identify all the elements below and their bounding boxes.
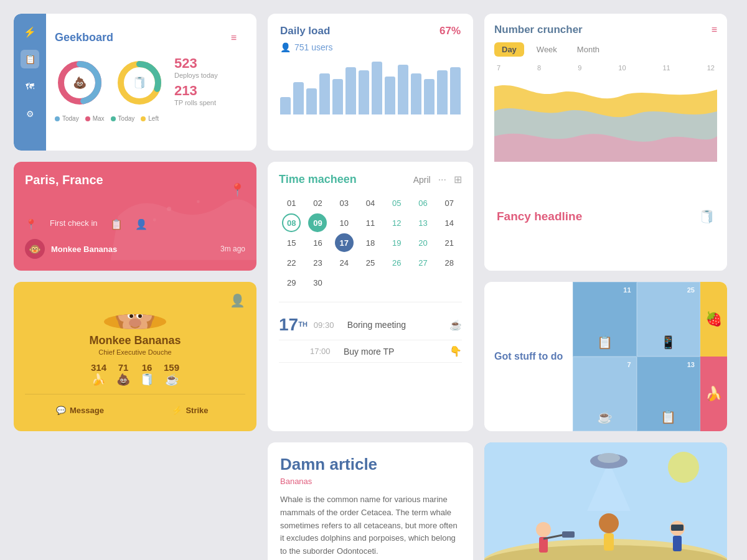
event-1-date: 17 [279,315,298,334]
svg-rect-32 [673,536,682,551]
paris-checkin-icon: 📍 [25,218,37,230]
event-1: 17TH 09:30 Boring meeting ☕ [279,310,462,340]
cal-day-02[interactable]: 02 [308,194,327,212]
monkey-avatar-svg [104,314,166,329]
geekboard-menu-icon[interactable]: ≡ [231,32,237,44]
nc-tab-day[interactable]: Day [494,42,524,57]
cal-day-19[interactable]: 19 [387,233,406,252]
paris-checkin-label: First check in [50,218,98,230]
daily-load-card: Daily load 67% 👤 751 users [268,14,473,151]
svg-point-21 [668,452,699,483]
tm-grid-icon[interactable]: ⊞ [454,174,462,185]
cal-day-16[interactable]: 16 [308,233,327,252]
nc-tab-week[interactable]: Week [529,42,565,57]
nc-menu-icon[interactable]: ≡ [712,24,717,35]
article-body: Whale is the common name for various mar… [280,493,461,558]
cal-day-01[interactable]: 01 [282,194,301,212]
stuff-cell-2[interactable]: 25 📱 [637,282,700,357]
event-1-name: Boring meeting [347,320,443,330]
event-2-icon: 👇 [449,345,462,357]
fancy-headline-card: Fancy headline 🧻 [484,162,727,271]
geekboard-header: Geekboard ≡ [55,22,247,50]
cal-day-25[interactable]: 25 [361,253,380,272]
cal-day-28[interactable]: 28 [440,253,459,272]
event-2-time: 17:00 [310,347,337,356]
stuff-cell-1[interactable]: 11 📋 [573,282,636,357]
cal-day-22[interactable]: 22 [282,253,301,272]
paris-city-title: Paris, France [25,173,103,187]
profile-person-icon: 👤 [230,293,245,308]
cal-day-23[interactable]: 23 [308,253,327,272]
nc-tab-month[interactable]: Month [570,42,607,57]
cal-day-20[interactable]: 20 [414,233,433,252]
tm-header: Time macheen April ··· ⊞ [279,173,462,186]
stuff-side-strawberry[interactable]: 🍓 [700,282,727,357]
cal-day-13[interactable]: 13 [414,213,433,232]
cal-day-21[interactable]: 21 [440,233,459,252]
svg-point-24 [598,453,620,463]
stuff-cell-3[interactable]: 7 ☕ [573,357,636,431]
sidebar-docs-icon[interactable]: 📋 [21,50,39,68]
geekboard-title: Geekboard [55,31,231,44]
svg-rect-30 [604,533,614,551]
cal-day-29[interactable]: 29 [282,273,301,292]
sidebar-settings-icon[interactable]: ⚙ [21,105,39,123]
cal-day-06[interactable]: 06 [414,194,433,212]
damn-article-card: Damn article Bananas Whale is the common… [268,442,473,560]
cal-day-30[interactable]: 30 [308,273,327,292]
stuff-cell-4[interactable]: 13 📋 [637,357,700,431]
nc-x-labels: 7 8 9 10 11 12 [494,64,717,72]
message-label: Message [70,406,104,415]
strike-label: Strike [186,406,208,415]
illustration-card: 📋 [484,442,727,560]
cal-empty-1 [335,273,354,292]
cal-day-24[interactable]: 24 [335,253,354,272]
sidebar-lightning-icon[interactable]: ⚡ [21,22,39,41]
cal-day-04[interactable]: 04 [361,194,380,212]
events-section: 17TH 09:30 Boring meeting ☕ 17:00 Buy mo… [279,302,462,363]
paris-person-icon[interactable]: 👤 [135,218,148,230]
geekboard-sidebar: ⚡ 📋 🗺 ⚙ [14,14,46,151]
sidebar-map-icon[interactable]: 🗺 [21,77,39,96]
strike-button[interactable]: ⚡ Strike [135,401,245,420]
donut-tp-icon: 🧻 [133,76,146,90]
message-icon: 💬 [56,406,66,415]
cal-day-18[interactable]: 18 [361,233,380,252]
cal-day-14[interactable]: 14 [440,213,459,232]
tm-dots-icon[interactable]: ··· [438,174,446,185]
cal-day-15[interactable]: 15 [282,233,301,252]
nc-tabs: Day Week Month [494,42,717,57]
paris-card: Paris, France 📍 📍 First check in 📋 👤 🐵 M… [14,162,256,271]
cal-day-09[interactable]: 09 [308,213,327,232]
bar-item [385,77,395,114]
cal-day-03[interactable]: 03 [335,194,354,212]
stuff-side-banana[interactable]: 🍌 [700,357,727,431]
paris-doc-icon[interactable]: 📋 [110,218,123,230]
legend-row: Today Max Today Left [55,115,247,122]
bar-item [359,70,369,114]
tm-title: Time macheen [279,173,357,186]
cal-day-07[interactable]: 07 [440,194,459,212]
users-icon: 👤 [280,42,291,52]
svg-point-16 [138,314,142,318]
users-count: 751 users [294,42,332,52]
stuff-grid: 11 📋 25 📱 7 ☕ 13 📋 [573,282,700,431]
legend-today-green: Today [111,115,135,122]
profile-avatar [104,314,166,329]
message-button[interactable]: 💬 Message [25,401,135,420]
got-stuff-card: Got stuff to do 11 📋 25 📱 7 ☕ 13 📋 🍓 🍌 [484,282,727,431]
cal-day-10[interactable]: 10 [335,213,354,232]
cal-day-08[interactable]: 08 [282,213,301,232]
fancy-headline-icon: 🧻 [699,209,715,224]
cal-day-11[interactable]: 11 [361,213,380,232]
cal-day-17[interactable]: 17 [335,233,354,252]
cal-day-27[interactable]: 27 [414,253,433,272]
illustration-svg [484,442,727,560]
cal-day-12[interactable]: 12 [387,213,406,232]
profile-title: Chief Executive Douche [98,348,171,356]
stuff-side-items: 🍓 🍌 [700,282,727,431]
legend-left: Left [141,115,159,122]
cal-day-05[interactable]: 05 [387,194,406,212]
bar-item [345,67,356,114]
cal-day-26[interactable]: 26 [387,253,406,272]
